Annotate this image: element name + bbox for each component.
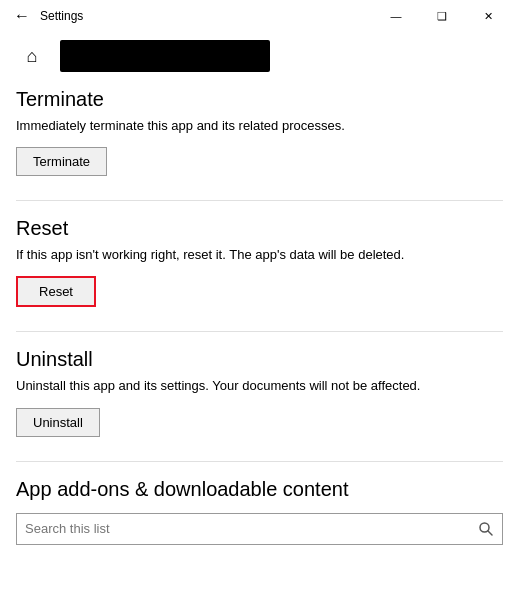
terminate-button[interactable]: Terminate xyxy=(16,147,107,176)
minimize-button[interactable]: — xyxy=(373,0,419,32)
close-button[interactable]: ✕ xyxy=(465,0,511,32)
addons-section: App add-ons & downloadable content xyxy=(16,478,503,545)
search-container xyxy=(16,513,503,545)
uninstall-description: Uninstall this app and its settings. You… xyxy=(16,377,503,395)
uninstall-section: Uninstall Uninstall this app and its set… xyxy=(16,348,503,436)
title-bar: ← Settings — ❑ ✕ xyxy=(0,0,519,32)
restore-button[interactable]: ❑ xyxy=(419,0,465,32)
reset-title: Reset xyxy=(16,217,503,240)
reset-button[interactable]: Reset xyxy=(16,276,96,307)
uninstall-button[interactable]: Uninstall xyxy=(16,408,100,437)
window-title: Settings xyxy=(36,9,373,23)
header: ⌂ xyxy=(0,32,519,80)
uninstall-title: Uninstall xyxy=(16,348,503,371)
app-name-bar xyxy=(60,40,270,72)
search-input[interactable] xyxy=(17,521,470,536)
terminate-description: Immediately terminate this app and its r… xyxy=(16,117,503,135)
home-icon[interactable]: ⌂ xyxy=(16,40,48,72)
terminate-section: Terminate Immediately terminate this app… xyxy=(16,88,503,176)
divider-2 xyxy=(16,331,503,332)
search-icon xyxy=(470,513,502,545)
back-button[interactable]: ← xyxy=(8,2,36,30)
window-controls: — ❑ ✕ xyxy=(373,0,511,32)
addons-title: App add-ons & downloadable content xyxy=(16,478,503,501)
reset-section: Reset If this app isn't working right, r… xyxy=(16,217,503,307)
divider-3 xyxy=(16,461,503,462)
reset-description: If this app isn't working right, reset i… xyxy=(16,246,503,264)
content-area: Terminate Immediately terminate this app… xyxy=(0,80,519,609)
back-icon: ← xyxy=(14,7,30,25)
terminate-title: Terminate xyxy=(16,88,503,111)
svg-line-1 xyxy=(488,531,492,535)
divider-1 xyxy=(16,200,503,201)
